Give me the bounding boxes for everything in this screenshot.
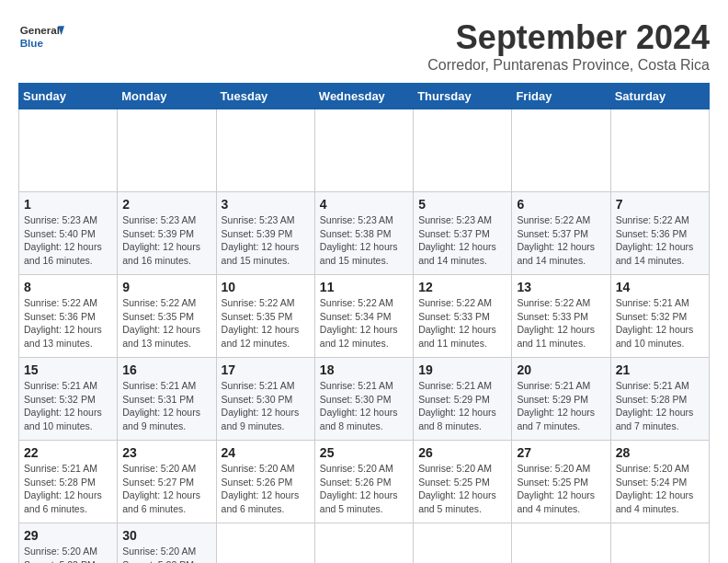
table-cell [216, 523, 314, 564]
day-info: Sunrise: 5:22 AMSunset: 5:37 PMDaylight:… [517, 213, 605, 268]
table-cell [216, 109, 314, 192]
day-number: 16 [122, 362, 210, 377]
table-cell: 7Sunrise: 5:22 AMSunset: 5:36 PMDaylight… [610, 192, 709, 275]
day-number: 17 [222, 362, 310, 377]
col-sunday: Sunday [19, 84, 118, 109]
day-info: Sunrise: 5:21 AMSunset: 5:29 PMDaylight:… [418, 379, 506, 433]
day-number: 13 [517, 280, 605, 294]
day-info: Sunrise: 5:23 AMSunset: 5:40 PMDaylight:… [24, 213, 112, 268]
day-number: 27 [517, 445, 605, 460]
day-number: 26 [418, 445, 506, 460]
day-number: 3 [222, 197, 310, 212]
day-info: Sunrise: 5:20 AMSunset: 5:27 PMDaylight:… [122, 462, 210, 516]
day-number: 28 [616, 445, 704, 460]
day-info: Sunrise: 5:22 AMSunset: 5:34 PMDaylight:… [320, 296, 408, 350]
table-cell [19, 109, 118, 192]
day-info: Sunrise: 5:22 AMSunset: 5:35 PMDaylight:… [222, 296, 310, 350]
day-number: 14 [616, 280, 704, 294]
table-cell: 3Sunrise: 5:23 AMSunset: 5:39 PMDaylight… [216, 192, 314, 275]
table-cell [314, 523, 413, 564]
table-cell: 8Sunrise: 5:22 AMSunset: 5:36 PMDaylight… [19, 275, 118, 358]
day-info: Sunrise: 5:21 AMSunset: 5:32 PMDaylight:… [616, 296, 704, 350]
calendar-table: Sunday Monday Tuesday Wednesday Thursday… [18, 83, 710, 563]
day-info: Sunrise: 5:23 AMSunset: 5:39 PMDaylight:… [122, 213, 210, 268]
day-number: 20 [517, 362, 605, 377]
table-cell: 5Sunrise: 5:23 AMSunset: 5:37 PMDaylight… [414, 192, 512, 275]
day-info: Sunrise: 5:22 AMSunset: 5:36 PMDaylight:… [616, 213, 704, 268]
table-cell: 21Sunrise: 5:21 AMSunset: 5:28 PMDayligh… [610, 358, 709, 441]
day-number: 23 [122, 445, 210, 460]
day-number: 22 [24, 445, 112, 460]
day-number: 12 [418, 280, 506, 294]
logo: General Blue [18, 18, 64, 55]
day-number: 10 [222, 280, 310, 294]
table-cell: 25Sunrise: 5:20 AMSunset: 5:26 PMDayligh… [314, 441, 413, 523]
day-info: Sunrise: 5:20 AMSunset: 5:23 PMDaylight:… [24, 545, 112, 563]
day-info: Sunrise: 5:21 AMSunset: 5:28 PMDaylight:… [24, 462, 112, 516]
col-tuesday: Tuesday [216, 84, 314, 109]
table-cell: 18Sunrise: 5:21 AMSunset: 5:30 PMDayligh… [314, 358, 413, 441]
day-number: 2 [122, 197, 210, 212]
day-info: Sunrise: 5:23 AMSunset: 5:37 PMDaylight:… [418, 213, 506, 268]
table-cell [512, 523, 610, 564]
page-header: General Blue September 2024 Corredor, Pu… [18, 18, 710, 74]
table-cell: 27Sunrise: 5:20 AMSunset: 5:25 PMDayligh… [512, 441, 610, 523]
svg-text:General: General [20, 25, 60, 37]
day-info: Sunrise: 5:20 AMSunset: 5:26 PMDaylight:… [320, 462, 408, 516]
day-number: 25 [320, 445, 408, 460]
svg-text:Blue: Blue [20, 37, 44, 49]
table-cell: 29Sunrise: 5:20 AMSunset: 5:23 PMDayligh… [19, 523, 118, 564]
table-cell [314, 109, 413, 192]
table-cell [118, 109, 216, 192]
table-cell: 28Sunrise: 5:20 AMSunset: 5:24 PMDayligh… [610, 441, 709, 523]
day-info: Sunrise: 5:22 AMSunset: 5:33 PMDaylight:… [517, 296, 605, 350]
day-info: Sunrise: 5:20 AMSunset: 5:26 PMDaylight:… [222, 462, 310, 516]
table-cell: 17Sunrise: 5:21 AMSunset: 5:30 PMDayligh… [216, 358, 314, 441]
day-number: 21 [616, 362, 704, 377]
day-number: 5 [418, 197, 506, 212]
col-thursday: Thursday [414, 84, 512, 109]
day-info: Sunrise: 5:21 AMSunset: 5:29 PMDaylight:… [517, 379, 605, 433]
table-cell: 12Sunrise: 5:22 AMSunset: 5:33 PMDayligh… [414, 275, 512, 358]
month-title: September 2024 [427, 18, 710, 57]
table-cell: 26Sunrise: 5:20 AMSunset: 5:25 PMDayligh… [414, 441, 512, 523]
table-cell: 2Sunrise: 5:23 AMSunset: 5:39 PMDaylight… [118, 192, 216, 275]
day-info: Sunrise: 5:21 AMSunset: 5:32 PMDaylight:… [24, 379, 112, 433]
table-cell: 22Sunrise: 5:21 AMSunset: 5:28 PMDayligh… [19, 441, 118, 523]
title-area: September 2024 Corredor, Puntarenas Prov… [427, 18, 710, 74]
table-cell: 16Sunrise: 5:21 AMSunset: 5:31 PMDayligh… [118, 358, 216, 441]
table-cell: 11Sunrise: 5:22 AMSunset: 5:34 PMDayligh… [314, 275, 413, 358]
table-cell: 10Sunrise: 5:22 AMSunset: 5:35 PMDayligh… [216, 275, 314, 358]
table-cell: 19Sunrise: 5:21 AMSunset: 5:29 PMDayligh… [414, 358, 512, 441]
day-info: Sunrise: 5:22 AMSunset: 5:33 PMDaylight:… [418, 296, 506, 350]
day-info: Sunrise: 5:23 AMSunset: 5:38 PMDaylight:… [320, 213, 408, 268]
table-cell: 13Sunrise: 5:22 AMSunset: 5:33 PMDayligh… [512, 275, 610, 358]
col-saturday: Saturday [610, 84, 709, 109]
table-cell [414, 109, 512, 192]
day-info: Sunrise: 5:20 AMSunset: 5:24 PMDaylight:… [616, 462, 704, 516]
table-cell: 14Sunrise: 5:21 AMSunset: 5:32 PMDayligh… [610, 275, 709, 358]
table-cell: 24Sunrise: 5:20 AMSunset: 5:26 PMDayligh… [216, 441, 314, 523]
day-number: 18 [320, 362, 408, 377]
day-number: 6 [517, 197, 605, 212]
day-number: 30 [122, 528, 210, 543]
table-cell: 23Sunrise: 5:20 AMSunset: 5:27 PMDayligh… [118, 441, 216, 523]
table-cell: 15Sunrise: 5:21 AMSunset: 5:32 PMDayligh… [19, 358, 118, 441]
table-cell: 6Sunrise: 5:22 AMSunset: 5:37 PMDaylight… [512, 192, 610, 275]
day-number: 9 [122, 280, 210, 294]
location-subtitle: Corredor, Puntarenas Province, Costa Ric… [427, 57, 710, 74]
day-info: Sunrise: 5:20 AMSunset: 5:23 PMDaylight:… [122, 545, 210, 563]
logo-svg: General Blue [18, 18, 64, 55]
table-cell [610, 109, 709, 192]
table-cell: 9Sunrise: 5:22 AMSunset: 5:35 PMDaylight… [118, 275, 216, 358]
table-cell [512, 109, 610, 192]
day-number: 8 [24, 280, 112, 294]
day-info: Sunrise: 5:21 AMSunset: 5:30 PMDaylight:… [222, 379, 310, 433]
col-friday: Friday [512, 84, 610, 109]
day-number: 4 [320, 197, 408, 212]
day-number: 7 [616, 197, 704, 212]
table-cell: 4Sunrise: 5:23 AMSunset: 5:38 PMDaylight… [314, 192, 413, 275]
day-number: 15 [24, 362, 112, 377]
table-cell: 20Sunrise: 5:21 AMSunset: 5:29 PMDayligh… [512, 358, 610, 441]
table-cell [610, 523, 709, 564]
